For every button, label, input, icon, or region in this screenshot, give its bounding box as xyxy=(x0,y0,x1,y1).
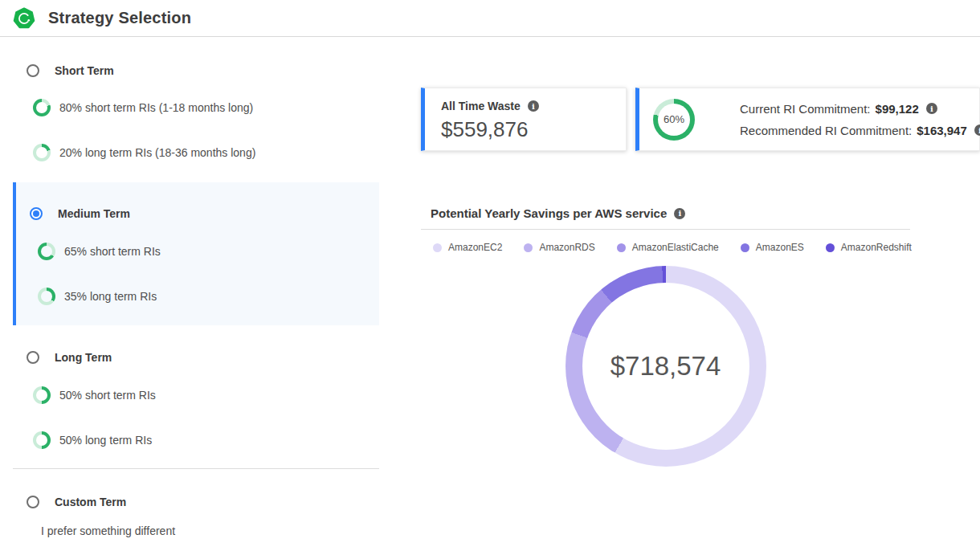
strategy-option-label: 50% long term RIs xyxy=(59,434,152,447)
strategy-section-short-term: Short Term 80% short term RIs (1-18 mont… xyxy=(0,37,379,182)
ri-commitment-card: 60% Current RI Commitment: $99,122 i Rec… xyxy=(635,88,980,151)
chart-title: Potential Yearly Savings per AWS service xyxy=(431,206,667,220)
legend-dot-icon xyxy=(741,243,749,252)
radio-long-term[interactable] xyxy=(27,351,39,364)
info-icon[interactable]: i xyxy=(926,103,937,114)
radio-custom-term[interactable] xyxy=(27,496,39,508)
radio-medium-term[interactable] xyxy=(30,207,43,220)
strategy-option: 80% short term RIs (1-18 months long) xyxy=(33,99,379,116)
legend-item[interactable]: AmazonEC2 xyxy=(433,242,502,253)
app-logo-icon xyxy=(13,7,35,30)
legend-item[interactable]: AmazonRDS xyxy=(524,242,594,253)
strategy-section-custom-term: Custom Term I prefer something different xyxy=(0,469,379,537)
page-title: Strategy Selection xyxy=(48,9,191,27)
all-time-waste-value: $559,876 xyxy=(441,117,626,142)
strategy-option-label: 65% short term RIs xyxy=(64,245,161,258)
legend-label: AmazonEC2 xyxy=(448,242,502,253)
all-time-waste-card: All Time Waste i $559,876 xyxy=(421,88,627,151)
current-ri-commitment-value: $99,122 xyxy=(876,102,919,116)
strategy-option: 65% short term RIs xyxy=(38,243,379,260)
strategy-option: 20% long term RIs (18-36 months long) xyxy=(33,144,379,161)
progress-ring-icon xyxy=(33,431,51,449)
savings-chart-panel: Potential Yearly Savings per AWS service… xyxy=(421,206,910,467)
strategy-option: 50% long term RIs xyxy=(33,431,379,449)
progress-ring-icon xyxy=(33,386,51,404)
strategy-option: 50% short term RIs xyxy=(33,386,379,404)
recommended-ri-commitment-value: $163,947 xyxy=(917,124,967,137)
info-icon[interactable]: i xyxy=(974,124,980,136)
progress-ring-icon xyxy=(33,144,51,161)
progress-ring-icon xyxy=(38,288,55,305)
strategy-label-short-term[interactable]: Short Term xyxy=(55,64,114,77)
custom-term-description: I prefer something different xyxy=(41,524,379,537)
legend-dot-icon xyxy=(826,243,835,252)
progress-ring-icon xyxy=(38,243,55,260)
page-header: Strategy Selection xyxy=(0,0,980,37)
legend-dot-icon xyxy=(617,243,626,252)
legend-item[interactable]: AmazonElastiCache xyxy=(617,242,719,253)
info-icon[interactable]: i xyxy=(674,208,685,219)
strategy-option-label: 35% long term RIs xyxy=(64,290,157,303)
chart-legend: AmazonEC2AmazonRDSAmazonElastiCacheAmazo… xyxy=(433,242,910,253)
legend-item[interactable]: AmazonES xyxy=(741,242,804,253)
progress-ring-icon xyxy=(33,99,51,116)
strategy-option: 35% long term RIs xyxy=(38,288,379,305)
strategy-option-label: 20% long term RIs (18-36 months long) xyxy=(59,146,255,159)
strategy-section-medium-term[interactable]: Medium Term 65% short term RIs 35% long … xyxy=(13,182,379,325)
strategy-label-medium-term[interactable]: Medium Term xyxy=(58,207,130,220)
strategy-option-label: 80% short term RIs (1-18 months long) xyxy=(59,101,253,114)
all-time-waste-label: All Time Waste xyxy=(441,100,521,112)
info-icon[interactable]: i xyxy=(528,100,539,112)
legend-dot-icon xyxy=(433,243,442,252)
legend-label: AmazonElastiCache xyxy=(632,242,719,253)
strategy-label-long-term[interactable]: Long Term xyxy=(55,351,112,364)
radio-short-term[interactable] xyxy=(27,64,39,77)
legend-label: AmazonRedshift xyxy=(841,242,912,253)
strategy-option-label: 50% short term RIs xyxy=(59,389,156,402)
strategy-label-custom-term[interactable]: Custom Term xyxy=(55,496,126,508)
donut-center-total: $718,574 xyxy=(566,266,766,467)
legend-label: AmazonES xyxy=(756,242,804,253)
current-ri-commitment-row: Current RI Commitment: $99,122 i xyxy=(740,102,980,116)
commitment-gauge-label: 60% xyxy=(653,99,695,141)
strategy-list: Short Term 80% short term RIs (1-18 mont… xyxy=(0,37,379,537)
legend-item[interactable]: AmazonRedshift xyxy=(826,242,912,253)
current-ri-commitment-label: Current RI Commitment: xyxy=(740,102,871,116)
recommended-ri-commitment-label: Recommended RI Commitment: xyxy=(740,124,912,137)
recommended-ri-commitment-row: Recommended RI Commitment: $163,947 i xyxy=(740,124,980,137)
strategy-section-long-term: Long Term 50% short term RIs 50% long te… xyxy=(0,325,379,449)
legend-label: AmazonRDS xyxy=(539,242,594,253)
legend-dot-icon xyxy=(524,243,533,252)
